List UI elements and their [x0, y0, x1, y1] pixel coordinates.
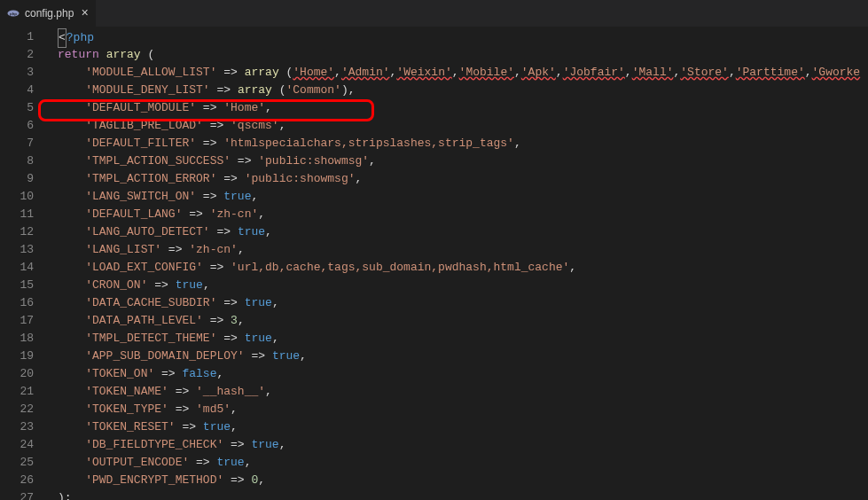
code-line[interactable]: <?php: [58, 28, 868, 46]
code-line[interactable]: 'TOKEN_TYPE' => 'md5',: [58, 401, 868, 418]
line-number: 25: [0, 454, 34, 472]
code-line[interactable]: 'DEFAULT_LANG' => 'zh-cn',: [58, 206, 868, 223]
line-number: 24: [0, 436, 34, 454]
code-line[interactable]: 'TMPL_ACTION_ERROR' => 'public:showmsg',: [58, 170, 868, 188]
editor[interactable]: 1234567891011121314151617181920212223242…: [0, 27, 868, 500]
code-line[interactable]: 'LANG_AUTO_DETECT' => true,: [58, 223, 868, 241]
code-line[interactable]: 'DATA_CACHE_SUBDIR' => true,: [58, 294, 868, 312]
svg-text:php: php: [10, 12, 17, 16]
code-line[interactable]: 'DATA_PATH_LEVEL' => 3,: [58, 312, 868, 330]
tab-bar: php config.php ×: [0, 0, 868, 27]
line-number: 12: [0, 223, 34, 241]
code-line[interactable]: 'MODULE_DENY_LIST' => array ('Common'),: [58, 82, 868, 99]
line-number: 1: [0, 28, 34, 46]
line-number: 23: [0, 418, 34, 436]
line-number: 11: [0, 206, 34, 223]
code-line[interactable]: 'TMPL_ACTION_SUCCESS' => 'public:showmsg…: [58, 152, 868, 170]
line-number: 13: [0, 241, 34, 259]
code-line[interactable]: 'APP_SUB_DOMAIN_DEPLOY' => true,: [58, 348, 868, 365]
line-number: 7: [0, 135, 34, 152]
line-number: 15: [0, 277, 34, 294]
code-line[interactable]: 'TAGLIB_PRE_LOAD' => 'qscms',: [58, 117, 868, 135]
line-number: 10: [0, 188, 34, 206]
tab-config-php[interactable]: php config.php ×: [0, 0, 97, 27]
php-icon: php: [7, 7, 20, 20]
tab-label: config.php: [25, 7, 74, 20]
line-number: 18: [0, 330, 34, 348]
line-number: 5: [0, 99, 34, 117]
code-line[interactable]: );: [58, 489, 868, 500]
code-line[interactable]: return array (: [58, 46, 868, 64]
line-number: 17: [0, 312, 34, 330]
line-number: 20: [0, 365, 34, 383]
line-number: 21: [0, 383, 34, 401]
code-line[interactable]: 'DEFAULT_FILTER' => 'htmlspecialchars,st…: [58, 135, 868, 152]
code-line[interactable]: 'TMPL_DETECT_THEME' => true,: [58, 330, 868, 348]
code-line[interactable]: 'OUTPUT_ENCODE' => true,: [58, 454, 868, 472]
code-line[interactable]: 'PWD_ENCRYPT_METHOD' => 0,: [58, 472, 868, 489]
line-number: 3: [0, 64, 34, 82]
code-line[interactable]: 'LANG_LIST' => 'zh-cn',: [58, 241, 868, 259]
code-line[interactable]: 'LOAD_EXT_CONFIG' => 'url,db,cache,tags,…: [58, 259, 868, 277]
code-line[interactable]: 'MODULE_ALLOW_LIST' => array ('Home','Ad…: [58, 64, 868, 82]
code-line[interactable]: 'LANG_SWITCH_ON' => true,: [58, 188, 868, 206]
code-line[interactable]: 'TOKEN_RESET' => true,: [58, 418, 868, 436]
line-number: 16: [0, 294, 34, 312]
code-line[interactable]: 'DB_FIELDTYPE_CHECK' => true,: [58, 436, 868, 454]
code-line[interactable]: 'TOKEN_ON' => false,: [58, 365, 868, 383]
line-number: 22: [0, 401, 34, 418]
line-number: 27: [0, 489, 34, 500]
code-line[interactable]: 'TOKEN_NAME' => '__hash__',: [58, 383, 868, 401]
code-area[interactable]: <?phpreturn array ( 'MODULE_ALLOW_LIST' …: [44, 27, 868, 500]
code-line[interactable]: 'DEFAULT_MODULE' => 'Home',: [58, 99, 868, 117]
close-icon[interactable]: ×: [81, 7, 88, 20]
line-number-gutter: 1234567891011121314151617181920212223242…: [0, 27, 44, 500]
line-number: 2: [0, 46, 34, 64]
line-number: 19: [0, 348, 34, 365]
line-number: 9: [0, 170, 34, 188]
code-line[interactable]: 'CRON_ON' => true,: [58, 277, 868, 294]
line-number: 26: [0, 472, 34, 489]
line-number: 14: [0, 259, 34, 277]
line-number: 4: [0, 82, 34, 99]
line-number: 8: [0, 152, 34, 170]
line-number: 6: [0, 117, 34, 135]
